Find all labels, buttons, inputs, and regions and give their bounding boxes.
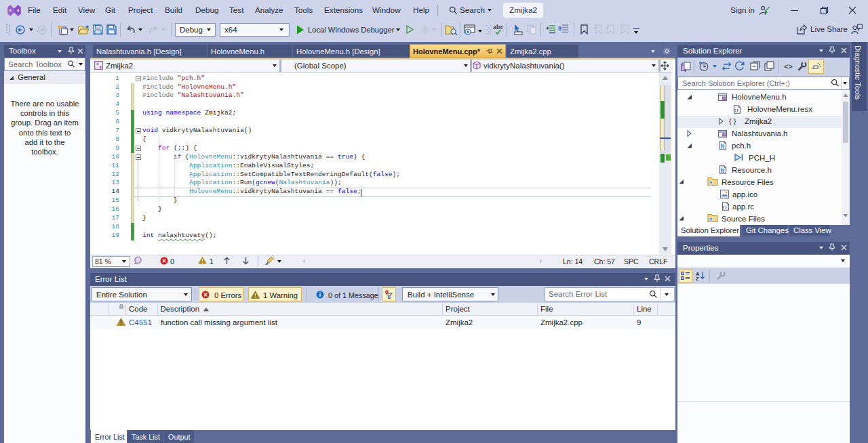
svg-text:9: 9 <box>558 25 561 32</box>
svg-text:Z: Z <box>696 276 699 280</box>
svg-text:abc: abc <box>493 24 503 30</box>
svg-text:h: h <box>721 168 724 174</box>
svg-text:h: h <box>721 144 724 150</box>
